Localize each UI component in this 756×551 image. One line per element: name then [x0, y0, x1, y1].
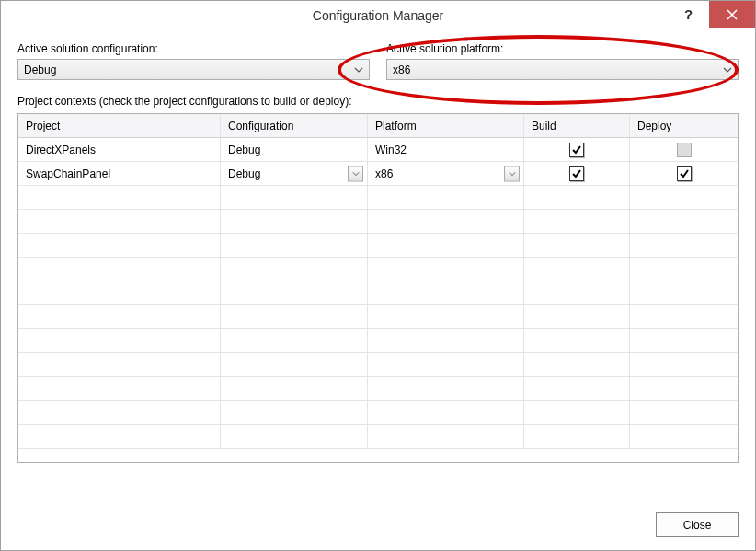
col-deploy: Deploy — [630, 114, 738, 137]
active-platform-select[interactable]: x86 — [386, 59, 739, 80]
table-row: SwapChainPanelDebugx86 — [18, 162, 738, 186]
col-project: Project — [18, 114, 221, 137]
table-row — [18, 305, 738, 329]
content-area: Active solution configuration: Debug Act… — [1, 29, 755, 463]
close-icon — [727, 9, 738, 20]
table-row — [18, 281, 738, 305]
grid-header: Project Configuration Platform Build Dep… — [18, 114, 738, 138]
build-checkbox[interactable] — [569, 166, 584, 181]
solution-selectors: Active solution configuration: Debug Act… — [17, 42, 739, 80]
row-deploy-cell — [630, 138, 738, 161]
config-manager-window: Configuration Manager ? Active solution … — [0, 0, 756, 551]
close-button[interactable]: Close — [656, 512, 739, 537]
active-platform-value: x86 — [393, 63, 410, 76]
col-platform: Platform — [368, 114, 524, 137]
project-name: SwapChainPanel — [18, 162, 221, 185]
table-row — [18, 377, 738, 401]
row-platform-select[interactable]: x86 — [368, 162, 524, 185]
col-build: Build — [524, 114, 630, 137]
project-contexts-grid: Project Configuration Platform Build Dep… — [17, 113, 739, 463]
table-row — [18, 401, 738, 425]
chevron-down-icon — [723, 67, 732, 73]
titlebar-buttons: ? — [668, 1, 755, 28]
deploy-checkbox — [677, 143, 692, 157]
active-config-value: Debug — [24, 63, 56, 76]
table-row — [18, 329, 738, 353]
chevron-down-icon — [354, 67, 363, 73]
row-platform-select[interactable]: Win32 — [368, 138, 524, 161]
active-config-label: Active solution configuration: — [17, 42, 370, 55]
row-deploy-cell — [630, 162, 738, 185]
active-platform-group: Active solution platform: x86 — [386, 42, 739, 80]
dialog-footer: Close — [656, 512, 739, 537]
table-row — [18, 353, 738, 377]
table-row — [18, 234, 738, 258]
table-row — [18, 425, 738, 449]
help-button[interactable]: ? — [668, 1, 709, 28]
window-title: Configuration Manager — [1, 8, 755, 23]
project-name: DirectXPanels — [18, 138, 221, 161]
active-platform-label: Active solution platform: — [386, 42, 739, 55]
help-icon: ? — [684, 6, 693, 22]
row-build-cell — [524, 138, 630, 161]
row-config-select[interactable]: Debug — [221, 162, 368, 185]
chevron-down-icon — [348, 166, 363, 181]
table-row — [18, 210, 738, 234]
active-config-select[interactable]: Debug — [17, 59, 370, 80]
table-row: DirectXPanelsDebugWin32 — [18, 138, 738, 162]
active-config-group: Active solution configuration: Debug — [17, 42, 370, 80]
titlebar: Configuration Manager ? — [1, 1, 755, 29]
close-window-button[interactable] — [709, 1, 755, 28]
col-config: Configuration — [221, 114, 368, 137]
table-row — [18, 186, 738, 210]
deploy-checkbox[interactable] — [677, 166, 692, 181]
chevron-down-icon — [504, 166, 520, 181]
row-config-select[interactable]: Debug — [221, 138, 368, 161]
row-build-cell — [524, 162, 630, 185]
table-row — [18, 258, 738, 281]
contexts-label: Project contexts (check the project conf… — [17, 95, 739, 108]
build-checkbox[interactable] — [569, 143, 584, 157]
